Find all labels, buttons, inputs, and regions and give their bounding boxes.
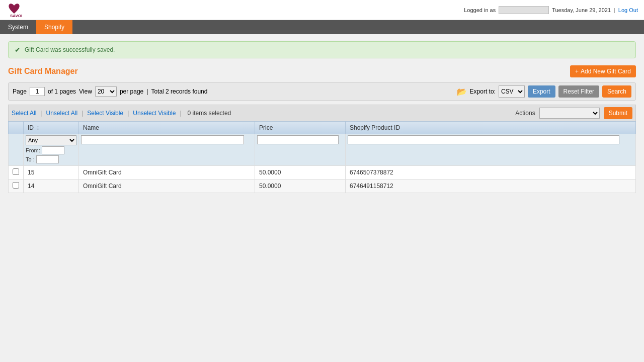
view-label: View bbox=[79, 88, 92, 95]
row2-shopify-id: 6746491158712 bbox=[346, 179, 636, 193]
header-right: Logged in as Tuesday, June 29, 2021 | Lo… bbox=[464, 6, 638, 14]
pagination-right: 📂 Export to: CSV Excel Export Reset Filt… bbox=[457, 85, 631, 98]
header-separator: | bbox=[614, 7, 615, 13]
row2-id: 14 bbox=[24, 179, 79, 193]
separator2: | bbox=[146, 88, 148, 95]
title-row: Gift Card Manager + Add New Gift Card bbox=[8, 65, 636, 77]
filter-price-cell bbox=[255, 134, 346, 166]
nav-item-system[interactable]: System bbox=[0, 20, 36, 34]
export-format-select[interactable]: CSV Excel bbox=[499, 85, 525, 98]
to-label: To : bbox=[26, 156, 35, 162]
filter-name-input[interactable] bbox=[81, 135, 244, 144]
page-title: Gift Card Manager bbox=[8, 67, 78, 76]
logo-icon: SAVOR bbox=[6, 2, 22, 18]
export-icon: 📂 bbox=[457, 87, 467, 97]
reset-filter-button[interactable]: Reset Filter bbox=[558, 85, 599, 98]
date-text: Tuesday, June 29, 2021 bbox=[552, 7, 611, 13]
add-button-label: Add New Gift Card bbox=[581, 68, 631, 75]
filter-price-input[interactable] bbox=[257, 135, 339, 144]
row1-name: OmniGift Card bbox=[79, 166, 255, 179]
sort-icon: ↕ bbox=[36, 124, 39, 131]
page-input[interactable] bbox=[30, 87, 45, 96]
actions-select[interactable] bbox=[539, 108, 600, 119]
logged-in-label: Logged in as bbox=[464, 7, 496, 13]
filter-from-input[interactable] bbox=[42, 146, 64, 154]
data-table: ID ↕ Name Price Shopify Product ID bbox=[8, 121, 636, 193]
header-shopify-id: Shopify Product ID bbox=[346, 122, 636, 134]
table-header-row: ID ↕ Name Price Shopify Product ID bbox=[9, 122, 636, 134]
per-page-label: per page bbox=[120, 88, 143, 95]
total-records: Total 2 records found bbox=[151, 88, 207, 95]
logout-link[interactable]: Log Out bbox=[618, 7, 638, 13]
unselect-visible-link[interactable]: Unselect Visible bbox=[133, 110, 176, 117]
row2-checkbox[interactable] bbox=[13, 182, 19, 189]
main-content: ✔ Gift Card was successfully saved. Gift… bbox=[0, 34, 644, 286]
username-box bbox=[499, 6, 549, 14]
filter-shopify-id-input[interactable] bbox=[348, 135, 619, 144]
header-price: Price bbox=[255, 122, 346, 134]
header-checkbox-cell bbox=[9, 122, 24, 134]
row2-price: 50.0000 bbox=[255, 179, 346, 193]
toolbar-row: Select All | Unselect All | Select Visib… bbox=[8, 105, 636, 121]
svg-text:SAVOR: SAVOR bbox=[10, 14, 22, 18]
add-new-gift-card-button[interactable]: + Add New Gift Card bbox=[570, 65, 636, 77]
export-button[interactable]: Export bbox=[528, 85, 555, 98]
row1-checkbox-cell bbox=[9, 166, 24, 179]
success-icon: ✔ bbox=[15, 46, 21, 54]
export-label: Export to: bbox=[470, 88, 496, 95]
pagination-left: Page of 1 pages View 20 50 100 per page … bbox=[13, 86, 207, 97]
row1-checkbox[interactable] bbox=[13, 168, 19, 175]
header: SAVOR Logged in as Tuesday, June 29, 202… bbox=[0, 0, 644, 20]
row1-id: 15 bbox=[24, 166, 79, 179]
select-all-link[interactable]: Select All bbox=[12, 110, 36, 117]
filter-any-cell: Any From To From: To : bbox=[24, 134, 79, 166]
per-page-select[interactable]: 20 50 100 bbox=[95, 86, 117, 97]
table-row: 14 OmniGift Card 50.0000 6746491158712 bbox=[9, 179, 636, 193]
from-label: From: bbox=[26, 147, 40, 153]
filter-name-cell bbox=[79, 134, 255, 166]
row1-shopify-id: 6746507378872 bbox=[346, 166, 636, 179]
header-name: Name bbox=[79, 122, 255, 134]
nav-bar: System Shopify bbox=[0, 20, 644, 34]
page-label: Page bbox=[13, 88, 27, 95]
submit-button[interactable]: Submit bbox=[604, 107, 632, 119]
success-message: ✔ Gift Card was successfully saved. bbox=[8, 41, 636, 58]
filter-to-input[interactable] bbox=[36, 155, 59, 163]
add-icon: + bbox=[575, 68, 579, 75]
search-button[interactable]: Search bbox=[602, 85, 631, 98]
filter-row: Any From To From: To : bbox=[9, 134, 636, 166]
filter-shopify-id-cell bbox=[346, 134, 636, 166]
row2-checkbox-cell bbox=[9, 179, 24, 193]
select-visible-link[interactable]: Select Visible bbox=[87, 110, 123, 117]
unselect-all-link[interactable]: Unselect All bbox=[46, 110, 77, 117]
pagination-row: Page of 1 pages View 20 50 100 per page … bbox=[8, 82, 636, 101]
of-pages-label: of 1 pages bbox=[48, 88, 76, 95]
nav-item-shopify[interactable]: Shopify bbox=[36, 20, 72, 34]
logo: SAVOR bbox=[6, 2, 22, 18]
row1-price: 50.0000 bbox=[255, 166, 346, 179]
header-id[interactable]: ID ↕ bbox=[24, 122, 79, 134]
row2-name: OmniGift Card bbox=[79, 179, 255, 193]
actions-label: Actions bbox=[515, 110, 535, 117]
table-row: 15 OmniGift Card 50.0000 6746507378872 bbox=[9, 166, 636, 179]
filter-any-select[interactable]: Any From To bbox=[26, 135, 76, 145]
success-text: Gift Card was successfully saved. bbox=[25, 46, 115, 53]
selected-count: 0 items selected bbox=[188, 110, 231, 117]
